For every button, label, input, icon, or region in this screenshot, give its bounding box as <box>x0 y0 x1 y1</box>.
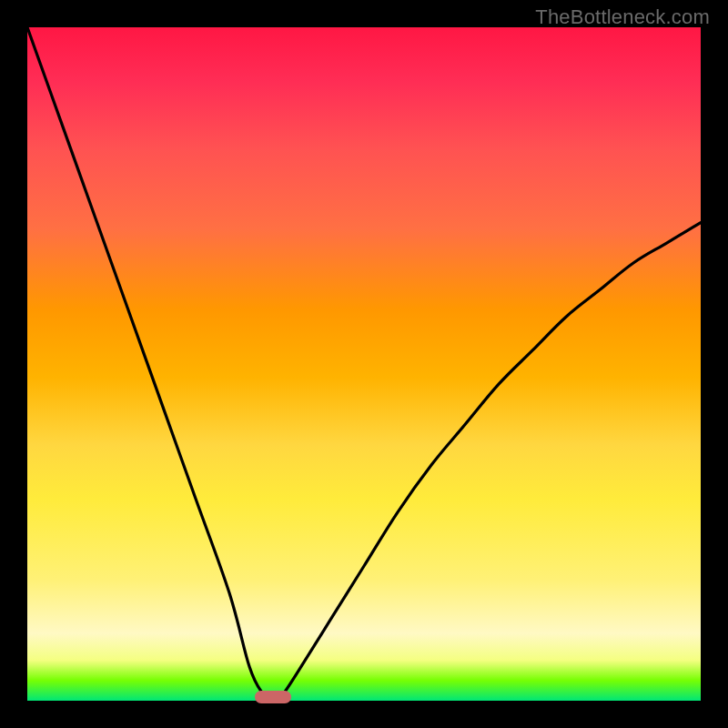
chart-container: TheBottleneck.com <box>0 0 728 728</box>
bottleneck-curve <box>27 27 701 699</box>
curve-svg <box>27 27 701 701</box>
watermark-text: TheBottleneck.com <box>535 5 710 29</box>
optimal-marker <box>255 691 291 703</box>
plot-area <box>27 27 701 701</box>
